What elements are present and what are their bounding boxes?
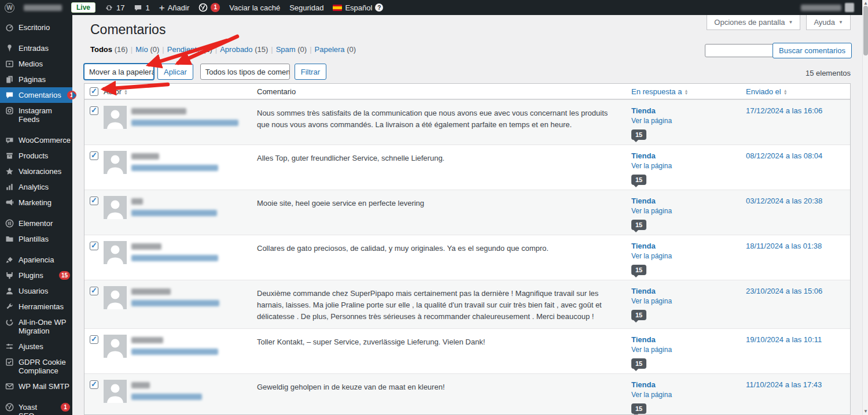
- account-menu[interactable]: [801, 3, 862, 12]
- row-checkbox[interactable]: ✓: [90, 335, 98, 344]
- help-label: Ayuda: [814, 18, 835, 27]
- filter-link-aprobado[interactable]: Aprobado (15): [220, 45, 268, 54]
- view-page-link[interactable]: Ver la página: [631, 391, 746, 399]
- reply-count-bubble[interactable]: 15: [631, 403, 646, 414]
- sidebar-item-herramientas[interactable]: Herramientas: [0, 299, 72, 314]
- row-checkbox[interactable]: ✓: [90, 287, 98, 295]
- wordpress-menu[interactable]: W: [0, 0, 19, 15]
- sidebar-item-yoast-seo[interactable]: Yoast SEO 1: [0, 399, 72, 415]
- scroll-down-icon[interactable]: ▼: [863, 409, 868, 414]
- help-button[interactable]: Ayuda ▼: [806, 15, 851, 30]
- site-name-menu[interactable]: [19, 0, 67, 15]
- filter-link-pendiente[interactable]: Pendiente (1): [167, 45, 212, 54]
- author-email-redacted[interactable]: [131, 300, 219, 306]
- screen-options-button[interactable]: Opciones de pantalla ▼: [707, 15, 800, 30]
- view-page-link[interactable]: Ver la página: [631, 346, 746, 354]
- live-status-badge[interactable]: Live: [67, 0, 100, 15]
- sidebar-item-instagram-feeds[interactable]: Instagram Feeds: [0, 103, 72, 127]
- filter-link-spam[interactable]: Spam (0): [276, 45, 307, 54]
- row-checkbox[interactable]: ✓: [90, 151, 98, 160]
- row-checkbox[interactable]: ✓: [90, 197, 98, 205]
- reply-count-bubble[interactable]: 15: [631, 175, 646, 185]
- search-comments-button[interactable]: Buscar comentarios: [773, 43, 852, 58]
- in-response-to-column-header[interactable]: En respuesta a▲▼: [631, 87, 746, 96]
- row-checkbox[interactable]: ✓: [90, 106, 98, 115]
- sort-icon: ▲▼: [684, 89, 688, 95]
- clear-cache-menu[interactable]: Vaciar la caché: [225, 0, 285, 15]
- bulk-action-select[interactable]: Mover a la papelera ▼: [84, 64, 154, 80]
- scroll-up-icon[interactable]: ▲: [863, 1, 868, 6]
- reply-count-bubble[interactable]: 15: [631, 220, 646, 230]
- author-email-redacted[interactable]: [131, 165, 218, 171]
- sidebar-item-analytics[interactable]: Analytics: [0, 179, 72, 195]
- view-page-link[interactable]: Ver la página: [631, 162, 746, 170]
- sidebar-item-escritorio[interactable]: Escritorio: [0, 20, 72, 35]
- sidebar-item-ajustes[interactable]: Ajustes: [0, 339, 72, 354]
- submitted-on-column-header[interactable]: Enviado el▲▼: [746, 87, 851, 96]
- scrollbar-thumb[interactable]: [863, 6, 868, 55]
- sidebar-item-gdpr-cookie-compliance[interactable]: GDPR Cookie Compliance: [0, 354, 72, 379]
- author-email-redacted[interactable]: [131, 120, 238, 126]
- updates-menu[interactable]: 17: [100, 0, 129, 15]
- post-link[interactable]: Tienda: [631, 335, 746, 344]
- filter-button[interactable]: Filtrar: [295, 64, 326, 80]
- sidebar-item-elementor[interactable]: Elementor: [0, 216, 72, 231]
- help-icon[interactable]: ?: [375, 3, 383, 12]
- author-email-redacted[interactable]: [131, 349, 218, 355]
- sidebar-item-plantillas[interactable]: Plantillas: [0, 231, 72, 247]
- comment-row: ✓ Deuxième commande chez SuperPipapo mai…: [84, 280, 850, 328]
- yoast-icon: [5, 403, 14, 412]
- sidebar-item-wp-mail-smtp[interactable]: WP Mail SMTP: [0, 379, 72, 394]
- sidebar-item-usuarios[interactable]: Usuarios: [0, 283, 72, 299]
- sidebar-item-entradas[interactable]: Entradas: [0, 40, 72, 56]
- sidebar-item-label: Marketing: [19, 198, 70, 207]
- security-menu[interactable]: Seguridad: [285, 0, 328, 15]
- new-content-menu[interactable]: + Añadir: [155, 0, 194, 15]
- submitted-date: 11/10/2024 a las 17:43: [746, 374, 851, 415]
- sidebar-item-p-ginas[interactable]: Páginas: [0, 72, 72, 87]
- author-email-redacted[interactable]: [131, 255, 218, 261]
- sidebar-item-medios[interactable]: Medios: [0, 56, 72, 72]
- select-all-checkbox[interactable]: ✓: [90, 87, 98, 96]
- post-link[interactable]: Tienda: [631, 380, 746, 389]
- yoast-menu[interactable]: 1: [194, 0, 225, 15]
- author-column-header[interactable]: Autor▲▼: [104, 87, 257, 96]
- view-page-link[interactable]: Ver la página: [631, 117, 746, 125]
- reply-count-bubble[interactable]: 15: [631, 310, 646, 320]
- view-page-link[interactable]: Ver la página: [631, 252, 746, 260]
- language-menu[interactable]: Español ?: [328, 0, 388, 15]
- view-page-link[interactable]: Ver la página: [631, 297, 746, 305]
- comment-type-select[interactable]: Todos los tipos de comenta ▼: [200, 64, 290, 80]
- sidebar-item-label: Valoraciones: [19, 167, 70, 176]
- author-email-redacted[interactable]: [131, 210, 217, 216]
- sidebar-item-valoraciones[interactable]: Valoraciones: [0, 164, 72, 179]
- view-page-link[interactable]: Ver la página: [631, 207, 746, 215]
- sidebar-item-comentarios[interactable]: Comentarios 1: [0, 87, 72, 103]
- filter-link-todos[interactable]: Todos (16): [90, 45, 128, 54]
- page-scrollbar[interactable]: ▲ ▼: [862, 0, 868, 415]
- reply-count-bubble[interactable]: 15: [631, 358, 646, 369]
- sidebar-item-woocommerce[interactable]: WooCommerce: [0, 132, 72, 148]
- apply-button[interactable]: Aplicar: [157, 64, 193, 80]
- comments-menu[interactable]: 1: [129, 0, 154, 15]
- filter-link-m-o[interactable]: Mío (0): [135, 45, 159, 54]
- sidebar-item-label: Medios: [19, 60, 70, 68]
- post-link[interactable]: Tienda: [631, 106, 746, 115]
- author-email-redacted[interactable]: [131, 394, 202, 400]
- post-link[interactable]: Tienda: [631, 197, 746, 205]
- reply-count-bubble[interactable]: 15: [631, 265, 646, 275]
- sidebar-item-all-in-one-wp-migration[interactable]: All-in-One WP Migration: [0, 314, 72, 339]
- post-link[interactable]: Tienda: [631, 287, 746, 295]
- filter-link-papelera[interactable]: Papelera (0): [315, 45, 356, 54]
- row-checkbox[interactable]: ✓: [90, 242, 98, 250]
- yoast-icon: [198, 3, 208, 12]
- sidebar-item-products[interactable]: Products: [0, 148, 72, 164]
- sidebar-item-plugins[interactable]: Plugins 15: [0, 268, 72, 283]
- sidebar-item-apariencia[interactable]: Apariencia: [0, 252, 72, 268]
- post-link[interactable]: Tienda: [631, 151, 746, 160]
- reply-count-bubble[interactable]: 15: [631, 129, 646, 140]
- row-checkbox[interactable]: ✓: [90, 380, 98, 389]
- sidebar-item-marketing[interactable]: Marketing: [0, 195, 72, 210]
- post-link[interactable]: Tienda: [631, 242, 746, 250]
- avatar: [104, 106, 127, 129]
